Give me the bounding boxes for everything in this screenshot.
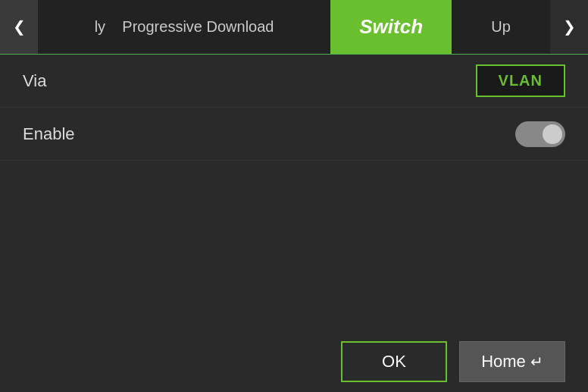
- enable-toggle[interactable]: [515, 121, 565, 147]
- top-nav: ❮ ly Progressive Download Switch Up ❯: [0, 0, 588, 55]
- ok-button[interactable]: OK: [341, 341, 447, 382]
- nav-tab-next[interactable]: Up: [452, 0, 550, 54]
- content-area: Via VLAN Enable: [0, 55, 588, 161]
- toggle-thumb: [543, 124, 562, 144]
- nav-tab-active[interactable]: Switch: [330, 0, 452, 54]
- enable-label: Enable: [23, 124, 75, 144]
- enable-row: Enable: [0, 108, 588, 161]
- home-icon: ↵: [530, 353, 543, 371]
- home-button[interactable]: Home ↵: [459, 341, 565, 382]
- nav-left-arrow[interactable]: ❮: [0, 0, 38, 54]
- bottom-bar: OK Home ↵: [0, 331, 588, 392]
- toggle-track: [515, 121, 565, 147]
- via-row: Via VLAN: [0, 55, 588, 108]
- vlan-button[interactable]: VLAN: [476, 64, 565, 97]
- nav-tab-prev[interactable]: ly Progressive Download: [38, 0, 330, 54]
- nav-right-arrow[interactable]: ❯: [550, 0, 588, 54]
- via-label: Via: [23, 71, 46, 91]
